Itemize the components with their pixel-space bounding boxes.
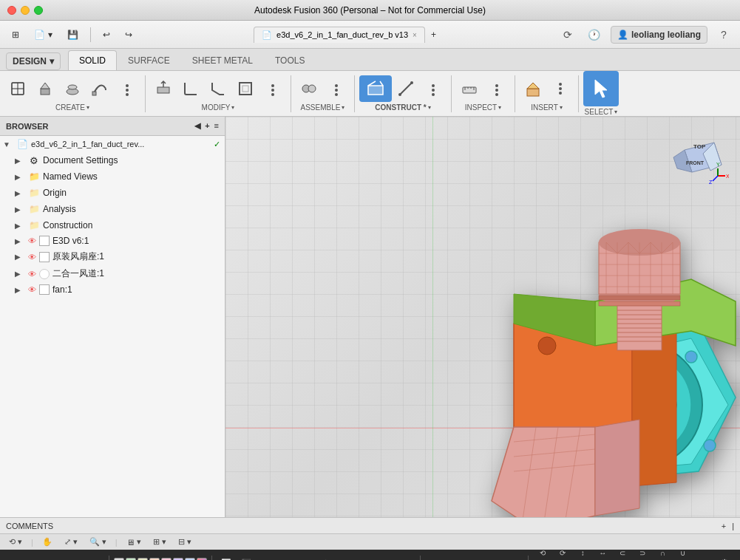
modify-shell-btn[interactable] bbox=[232, 75, 259, 102]
misc-icon-4[interactable]: ↔ bbox=[593, 550, 612, 560]
tool-icon-2[interactable]: ⬛ bbox=[237, 553, 256, 560]
select-label: SELECT ▾ bbox=[585, 108, 618, 116]
minimize-button[interactable] bbox=[21, 6, 30, 15]
e3d-eye-icon[interactable]: 👁 bbox=[28, 236, 36, 245]
file-tab-close[interactable]: × bbox=[413, 31, 417, 39]
sidebar-menu-icon[interactable]: ≡ bbox=[214, 121, 219, 131]
rewind-btn[interactable]: ⏮ bbox=[6, 553, 23, 560]
help-btn[interactable]: ? bbox=[713, 24, 734, 45]
misc-icon-2[interactable]: ⟳ bbox=[553, 550, 572, 560]
play-btn[interactable]: ▶ bbox=[47, 553, 64, 560]
redo-btn[interactable]: ↪ bbox=[119, 27, 138, 43]
tool-icon-8[interactable]: ✦ bbox=[356, 553, 376, 560]
geom-icon-1[interactable]: ▷ bbox=[424, 553, 444, 560]
assemble-more-btn[interactable] bbox=[323, 75, 350, 102]
tree-item-construction[interactable]: ▶ 📁 Construction bbox=[0, 217, 225, 233]
fan-eye-icon[interactable]: 👁 bbox=[28, 285, 36, 294]
tool-icon-6[interactable]: ⬡ bbox=[316, 553, 336, 560]
viewport[interactable]: TOP FRONT X Y Z bbox=[225, 117, 740, 517]
tree-item-root[interactable]: ▼ 📄 e3d_v6_2_in_1_fan_duct_rev... ✓ bbox=[0, 136, 225, 152]
display-btn[interactable]: 🖥 ▾ bbox=[123, 536, 144, 548]
file-tab[interactable]: 📄 e3d_v6_2_in_1_fan_duct_rev_b v13 × bbox=[254, 27, 425, 43]
create-new-body-btn[interactable] bbox=[4, 75, 31, 102]
grid-icon-btn[interactable]: ⊞ bbox=[6, 27, 25, 43]
sidebar-add-icon[interactable]: + bbox=[205, 121, 209, 131]
snap-arrow-icon: ▾ bbox=[187, 537, 191, 547]
geom-icon-5[interactable]: △ bbox=[504, 553, 523, 560]
snap-btn[interactable]: ⊟ ▾ bbox=[175, 536, 194, 548]
tool-icon-7[interactable]: ◆ bbox=[336, 553, 356, 560]
misc-icon-8[interactable]: ∪ bbox=[673, 550, 692, 560]
tree-item-named-views[interactable]: ▶ 📁 Named Views bbox=[0, 168, 225, 185]
svg-text:X: X bbox=[726, 174, 729, 179]
insert-more-btn[interactable] bbox=[547, 75, 574, 102]
save-btn[interactable]: 💾 bbox=[61, 27, 84, 43]
file-menu-btn[interactable]: 📄 ▾ bbox=[28, 27, 58, 43]
geom-icon-2[interactable]: ▽ bbox=[444, 553, 464, 560]
modify-fillet-btn[interactable] bbox=[177, 75, 204, 102]
construct-axis-btn[interactable] bbox=[393, 75, 419, 102]
modify-more-btn[interactable] bbox=[259, 75, 286, 102]
tree-item-erheyi[interactable]: ▶ 👁 二合一风道:1 bbox=[0, 265, 225, 282]
refresh-btn[interactable]: ⟳ bbox=[557, 24, 578, 45]
erheyi-eye-icon[interactable]: 👁 bbox=[28, 270, 36, 279]
inspect-measure-btn[interactable] bbox=[456, 75, 483, 102]
misc-icon-6[interactable]: ⊃ bbox=[633, 550, 652, 560]
user-label[interactable]: 👤 leoliang leoliang bbox=[611, 26, 707, 44]
tab-surface[interactable]: SURFACE bbox=[117, 50, 181, 70]
design-dropdown[interactable]: DESIGN ▾ bbox=[6, 52, 61, 70]
tool-icon-3[interactable]: ◧ bbox=[257, 553, 276, 560]
insert-mesh-btn[interactable] bbox=[520, 75, 546, 102]
close-button[interactable] bbox=[7, 6, 16, 15]
assemble-joint-btn[interactable] bbox=[296, 75, 322, 102]
create-extrude-btn[interactable] bbox=[32, 75, 58, 102]
grid-toggle-btn[interactable]: ⊞ ▾ bbox=[150, 536, 169, 548]
tab-sheet-metal[interactable]: SHEET METAL bbox=[181, 50, 264, 70]
tool-icon-10[interactable]: ✶ bbox=[396, 553, 415, 560]
select-btn[interactable] bbox=[583, 71, 619, 106]
undo-btn[interactable]: ↩ bbox=[97, 27, 116, 43]
orbit-btn[interactable]: ⟲ ▾ bbox=[6, 536, 25, 548]
inspect-more-btn[interactable] bbox=[483, 75, 510, 102]
tool-icon-1[interactable]: ⬜ bbox=[217, 553, 236, 560]
pan-btn[interactable]: ✋ bbox=[39, 536, 55, 548]
nav-cube[interactable]: TOP FRONT X Y Z bbox=[670, 128, 729, 187]
new-tab-btn[interactable]: + bbox=[425, 27, 442, 43]
maximize-button[interactable] bbox=[34, 6, 43, 15]
tree-item-origin[interactable]: ▶ 📁 Origin bbox=[0, 185, 225, 201]
geom-icon-3[interactable]: ○ bbox=[464, 553, 483, 560]
tree-item-analysis[interactable]: ▶ 📁 Analysis bbox=[0, 201, 225, 217]
fan-box-icon bbox=[39, 284, 50, 295]
yuanzhuang-eye-icon[interactable]: 👁 bbox=[28, 253, 36, 262]
clock-btn[interactable]: 🕐 bbox=[584, 24, 605, 45]
construct-plane-btn[interactable] bbox=[359, 75, 392, 102]
misc-icon-1[interactable]: ⟲ bbox=[533, 550, 552, 560]
tree-item-e3d[interactable]: ▶ 👁 E3D v6:1 bbox=[0, 233, 225, 248]
comments-add-icon[interactable]: + bbox=[722, 522, 726, 530]
tab-tools[interactable]: TOOLS bbox=[264, 50, 316, 70]
tab-solid[interactable]: SOLID bbox=[68, 50, 117, 70]
create-revolve-btn[interactable] bbox=[59, 75, 86, 102]
construct-more-btn[interactable] bbox=[420, 75, 447, 102]
misc-icon-7[interactable]: ∩ bbox=[653, 550, 672, 560]
misc-icon-5[interactable]: ⊂ bbox=[613, 550, 632, 560]
tree-item-fan[interactable]: ▶ 👁 fan:1 bbox=[0, 282, 225, 297]
tool-icon-4[interactable]: ◨ bbox=[276, 553, 296, 560]
tree-item-yuanzhuang[interactable]: ▶ 👁 原装风扇座:1 bbox=[0, 248, 225, 265]
prev-btn[interactable]: ◀ bbox=[26, 553, 43, 560]
fit-btn[interactable]: 🔍 ▾ bbox=[86, 536, 109, 548]
modify-chamfer-btn[interactable] bbox=[205, 75, 231, 102]
tool-icon-5[interactable]: ◩ bbox=[296, 553, 316, 560]
create-more-btn[interactable] bbox=[114, 75, 140, 102]
tool-icon-9[interactable]: ⊕ bbox=[376, 553, 396, 560]
sidebar-collapse-icon[interactable]: ◀ bbox=[194, 121, 200, 131]
create-sweep-btn[interactable] bbox=[86, 75, 113, 102]
settings-icon-btn[interactable]: ⚙ bbox=[715, 553, 734, 560]
geom-icon-4[interactable]: □ bbox=[484, 553, 503, 560]
tree-item-doc-settings[interactable]: ▶ ⚙ Document Settings bbox=[0, 152, 225, 168]
misc-icon-3[interactable]: ↕ bbox=[573, 550, 592, 560]
fastforward-btn[interactable]: ⏭ bbox=[86, 553, 103, 560]
modify-press-pull-btn[interactable] bbox=[150, 75, 177, 102]
zoom-btn[interactable]: ⤢ ▾ bbox=[61, 536, 81, 548]
next-btn[interactable]: ▶ bbox=[67, 553, 84, 560]
